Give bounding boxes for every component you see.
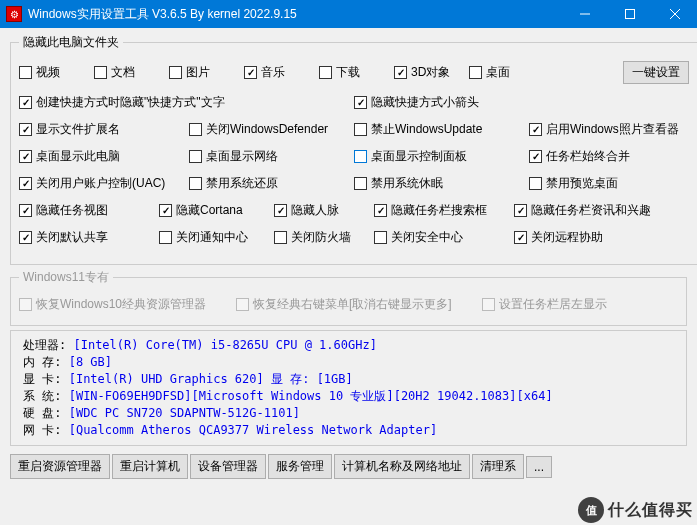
- setting-checkbox[interactable]: 任务栏始终合并: [529, 148, 630, 165]
- checkbox-label: 禁止WindowsUpdate: [371, 121, 482, 138]
- folder-checkbox-1[interactable]: 文档: [94, 64, 169, 81]
- checkbox-label: 关闭WindowsDefender: [206, 121, 328, 138]
- checkbox-icon: [354, 123, 367, 136]
- checkbox-icon: [94, 66, 107, 79]
- checkbox-label: 文档: [111, 64, 135, 81]
- checkbox-icon: [354, 150, 367, 163]
- checkbox-icon: [274, 231, 287, 244]
- checkbox-icon: [19, 96, 32, 109]
- setting-checkbox[interactable]: 显示文件扩展名: [19, 121, 120, 138]
- checkbox-icon: [236, 298, 249, 311]
- footer-button-4[interactable]: 计算机名称及网络地址: [334, 454, 470, 479]
- checkbox-label: 桌面: [486, 64, 510, 81]
- checkbox-icon: [514, 231, 527, 244]
- checkbox-label: 恢复经典右键菜单[取消右键显示更多]: [253, 296, 452, 313]
- footer-button-1[interactable]: 重启计算机: [112, 454, 188, 479]
- folder-checkbox-5[interactable]: 3D对象: [394, 64, 469, 81]
- checkbox-label: 隐藏Cortana: [176, 202, 243, 219]
- checkbox-label: 设置任务栏居左显示: [499, 296, 607, 313]
- checkbox-label: 启用Windows照片查看器: [546, 121, 679, 138]
- folder-checkbox-6[interactable]: 桌面: [469, 64, 544, 81]
- checkbox-icon: [19, 231, 32, 244]
- checkbox-icon: [514, 204, 527, 217]
- watermark: 值 什么值得买: [578, 497, 693, 523]
- close-button[interactable]: [652, 0, 697, 28]
- window-title: Windows实用设置工具 V3.6.5 By kernel 2022.9.15: [28, 6, 562, 23]
- folder-checkbox-2[interactable]: 图片: [169, 64, 244, 81]
- checkbox-label: 视频: [36, 64, 60, 81]
- setting-checkbox[interactable]: 隐藏人脉: [274, 202, 339, 219]
- watermark-icon: 值: [578, 497, 604, 523]
- setting-checkbox[interactable]: 禁用预览桌面: [529, 175, 618, 192]
- checkbox-icon: [19, 150, 32, 163]
- footer-button-6[interactable]: ...: [526, 456, 552, 478]
- checkbox-label: 桌面显示控制面板: [371, 148, 467, 165]
- setting-checkbox[interactable]: 关闭WindowsDefender: [189, 121, 328, 138]
- setting-checkbox[interactable]: 隐藏任务视图: [19, 202, 108, 219]
- folder-checkbox-3[interactable]: 音乐: [244, 64, 319, 81]
- app-icon: ⚙: [6, 6, 22, 22]
- setting-checkbox[interactable]: 关闭安全中心: [374, 229, 463, 246]
- setting-checkbox[interactable]: 桌面显示此电脑: [19, 148, 120, 165]
- checkbox-label: 关闭防火墙: [291, 229, 351, 246]
- sysinfo-group: 处理器: [Intel(R) Core(TM) i5-8265U CPU @ 1…: [10, 330, 687, 446]
- checkbox-label: 图片: [186, 64, 210, 81]
- checkbox-icon: [354, 177, 367, 190]
- checkbox-label: 隐藏人脉: [291, 202, 339, 219]
- checkbox-label: 显示文件扩展名: [36, 121, 120, 138]
- footer-button-0[interactable]: 重启资源管理器: [10, 454, 110, 479]
- setting-checkbox[interactable]: 隐藏任务栏资讯和兴趣: [514, 202, 651, 219]
- checkbox-icon: [159, 231, 172, 244]
- folder-checkbox-4[interactable]: 下载: [319, 64, 394, 81]
- one-click-set-button[interactable]: 一键设置: [623, 61, 689, 84]
- setting-checkbox[interactable]: 禁止WindowsUpdate: [354, 121, 482, 138]
- checkbox-icon: [189, 150, 202, 163]
- win11-group: Windows11专有 恢复Windows10经典资源管理器恢复经典右键菜单[取…: [10, 269, 687, 326]
- checkbox-label: 禁用预览桌面: [546, 175, 618, 192]
- checkbox-label: 隐藏快捷方式小箭头: [371, 94, 479, 111]
- footer-button-5[interactable]: 清理系: [472, 454, 524, 479]
- checkbox-icon: [189, 177, 202, 190]
- checkbox-icon: [394, 66, 407, 79]
- setting-checkbox[interactable]: 启用Windows照片查看器: [529, 121, 679, 138]
- titlebar: ⚙ Windows实用设置工具 V3.6.5 By kernel 2022.9.…: [0, 0, 697, 28]
- checkbox-label: 桌面显示网络: [206, 148, 278, 165]
- checkbox-icon: [319, 66, 332, 79]
- checkbox-label: 隐藏任务栏搜索框: [391, 202, 487, 219]
- setting-checkbox[interactable]: 关闭防火墙: [274, 229, 351, 246]
- setting-checkbox[interactable]: 隐藏快捷方式小箭头: [354, 94, 479, 111]
- setting-checkbox[interactable]: 关闭用户账户控制(UAC): [19, 175, 165, 192]
- setting-checkbox[interactable]: 关闭默认共享: [19, 229, 108, 246]
- checkbox-icon: [274, 204, 287, 217]
- checkbox-label: 关闭用户账户控制(UAC): [36, 175, 165, 192]
- checkbox-label: 任务栏始终合并: [546, 148, 630, 165]
- setting-checkbox[interactable]: 桌面显示控制面板: [354, 148, 467, 165]
- group-legend: 隐藏此电脑文件夹: [19, 34, 123, 51]
- footer-button-3[interactable]: 服务管理: [268, 454, 332, 479]
- maximize-button[interactable]: [607, 0, 652, 28]
- setting-checkbox[interactable]: 隐藏Cortana: [159, 202, 243, 219]
- minimize-button[interactable]: [562, 0, 607, 28]
- folder-checkbox-0[interactable]: 视频: [19, 64, 94, 81]
- checkbox-icon: [529, 177, 542, 190]
- checkbox-label: 关闭安全中心: [391, 229, 463, 246]
- setting-checkbox[interactable]: 桌面显示网络: [189, 148, 278, 165]
- checkbox-label: 隐藏任务栏资讯和兴趣: [531, 202, 651, 219]
- win11-checkbox: 恢复经典右键菜单[取消右键显示更多]: [236, 296, 452, 313]
- setting-checkbox[interactable]: 关闭远程协助: [514, 229, 603, 246]
- checkbox-icon: [354, 96, 367, 109]
- svg-rect-1: [625, 10, 634, 19]
- setting-checkbox[interactable]: 关闭通知中心: [159, 229, 248, 246]
- footer-button-2[interactable]: 设备管理器: [190, 454, 266, 479]
- setting-checkbox[interactable]: 禁用系统休眠: [354, 175, 443, 192]
- sysinfo-line: 处理器: [Intel(R) Core(TM) i5-8265U CPU @ 1…: [23, 337, 674, 354]
- sysinfo-line: 网 卡: [Qualcomm Atheros QCA9377 Wireless …: [23, 422, 674, 439]
- group-legend-win11: Windows11专有: [19, 269, 113, 286]
- sysinfo-line: 显 卡: [Intel(R) UHD Graphics 620] 显 存: [1…: [23, 371, 674, 388]
- win11-checkbox: 恢复Windows10经典资源管理器: [19, 296, 206, 313]
- setting-checkbox[interactable]: 隐藏任务栏搜索框: [374, 202, 487, 219]
- checkbox-label: 关闭默认共享: [36, 229, 108, 246]
- setting-checkbox[interactable]: 创建快捷方式时隐藏"快捷方式"文字: [19, 94, 225, 111]
- setting-checkbox[interactable]: 禁用系统还原: [189, 175, 278, 192]
- sysinfo-line: 系 统: [WIN-FO69EH9DFSD][Microsoft Windows…: [23, 388, 674, 405]
